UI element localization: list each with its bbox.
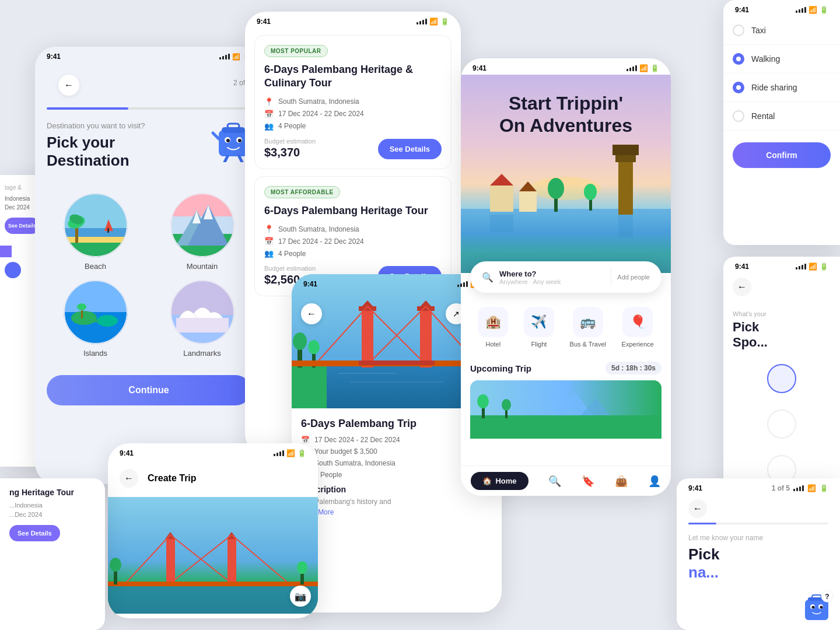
wifi-icon-s5: 📶 [286,449,295,457]
signal-bars-s7 [796,264,806,270]
svg-rect-68 [359,360,435,365]
name-entry-screen: 9:41 1 of 5 📶 🔋 ← Let me know your name … [677,478,840,630]
budget-label-2: Budget estimation [264,265,316,272]
nav-search[interactable]: 🔍 [548,475,561,488]
s7-back-button[interactable]: ← [733,278,751,296]
s8-content: Let me know your name Pick na... ? [677,524,840,591]
continue-button[interactable]: Continue [47,375,251,405]
s7-subtitle: What's your [733,310,831,317]
battery-icon-s2: 🔋 [440,18,449,26]
ride-sharing-radio[interactable] [733,82,744,93]
partial-left-see-details[interactable]: See Details [9,525,60,541]
tour-dates-row-1: 📅 17 Dec 2024 - 22 Dec 2024 [264,110,442,118]
home-screen: 9:41 📶 🔋 [461,58,671,496]
svg-line-10 [239,156,242,162]
transport-walking[interactable]: Walking [723,45,840,74]
calendar-icon-s3: 📅 [301,436,310,444]
status-icons-s4: 📶 🔋 [626,64,659,72]
svg-rect-20 [107,228,109,233]
s7-content-area: What's your Pick Spo... [723,301,840,498]
transport-taxi[interactable]: Taxi [723,16,840,45]
nav-profile[interactable]: 👤 [648,475,661,488]
spot-circle-1[interactable] [767,364,796,393]
transport-ride-sharing[interactable]: Ride sharing [723,74,840,102]
tour-people-1: 4 People [278,122,306,130]
tour-dates-1: 17 Dec 2024 - 22 Dec 2024 [278,110,364,118]
svg-rect-78 [618,156,633,215]
home-nav-button[interactable]: 🏠 Home [471,472,528,490]
svg-rect-97 [228,538,236,584]
share-icon: ↗ [453,309,460,318]
status-time-s4: 9:41 [473,64,487,72]
spot-option-2[interactable] [733,405,831,443]
svg-text:?: ? [825,593,829,601]
taxi-radio[interactable] [733,24,744,36]
svg-point-115 [812,606,815,609]
svg-rect-36 [90,320,99,323]
home-icon: 🏠 [482,477,492,485]
destination-islands[interactable]: Islands [47,280,144,358]
category-bus[interactable]: 🚌 Bus & Travel [570,307,606,348]
search-bar[interactable]: 🔍 Where to? Anywhere · Any week Add peop… [470,261,662,293]
destination-picker-screen: 9:41 📶 🔋 ← 2 of 5 Destination you want t… [35,47,262,484]
transport-rental[interactable]: Rental [723,102,840,131]
s8-back-button[interactable]: ← [688,499,707,518]
tour-name-2: 6-Days Palembang Heritage Tour [264,204,442,218]
continue-label: Continue [128,385,169,396]
see-details-btn-1[interactable]: See Details [378,139,442,159]
create-trip-image: 📷 [108,497,318,614]
upcoming-trip-image [470,380,662,439]
transport-confirm-button[interactable]: Confirm [733,142,831,168]
nav-bookmark[interactable]: 🔖 [582,475,594,488]
trip-back-button[interactable]: ← [301,303,322,324]
category-hotel[interactable]: 🏨 Hotel [478,307,508,348]
tour-partial-left-screen: ng Heritage Tour ...Indonesia ...Dec 202… [0,478,105,630]
partial-see-details[interactable]: See Details [8,223,36,229]
partial-left-name: ng Heritage Tour [9,488,96,497]
affordable-badge: MOST AFFORDABLE [264,186,340,198]
svg-rect-88 [470,415,662,439]
people-icon-2: 👥 [264,249,274,258]
tour-meta-2: 📍 South Sumatra, Indonesia 📅 17 Dec 2024… [264,225,442,258]
camera-icon: 📷 [295,591,306,602]
search-add-people: Add people [617,274,650,281]
experience-icon-box: 🎈 [622,307,653,337]
status-progress-s8: 1 of 5 [772,484,790,492]
walking-radio[interactable] [733,53,744,65]
spot-circle-2[interactable] [767,410,796,439]
rental-radio[interactable] [733,110,744,122]
category-experience[interactable]: 🎈 Experience [622,307,654,348]
trip-people: 4 People [314,471,342,479]
wifi-icon-s8: 📶 [807,484,816,492]
status-time-s2: 9:41 [257,18,271,26]
flight-icon-box: ✈️ [524,307,554,337]
svg-rect-58 [420,309,432,368]
walking-label: Walking [751,54,780,64]
search-text-group: Where to? Anywhere · Any week [499,270,605,285]
camera-button[interactable]: 📷 [290,586,311,607]
search-icon: 🔍 [482,272,494,283]
tour-location-row-2: 📍 South Sumatra, Indonesia [264,225,442,233]
destination-mountain[interactable]: Mountain [153,193,251,271]
spot-option-1[interactable] [733,359,831,398]
svg-rect-74 [490,186,513,212]
destination-landmarks[interactable]: Landmarks [153,280,251,358]
svg-line-7 [213,133,219,139]
nav-home[interactable]: 🏠 Home [471,472,528,490]
s8-title: Pick na... [688,545,828,582]
svg-rect-0 [219,130,248,156]
svg-rect-86 [618,215,633,238]
back-button[interactable]: ← [58,75,79,96]
confirm-label: Confirm [766,150,797,160]
create-back-button[interactable]: ← [120,469,138,488]
bottom-navigation: 🏠 Home 🔍 🔖 👜 👤 [461,466,671,496]
destination-beach[interactable]: Beach [47,193,144,271]
islands-circle [64,280,128,344]
svg-point-38 [77,303,86,310]
tour-meta-1: 📍 South Sumatra, Indonesia 📅 17 Dec 2024… [264,97,442,131]
status-bar-s7: 9:41 📶 🔋 [723,257,840,273]
category-flight[interactable]: ✈️ Flight [524,307,554,348]
nav-bag[interactable]: 👜 [615,475,628,488]
tour-price-1: $3,370 [264,146,316,159]
back-arrow-icon: ← [64,80,74,90]
